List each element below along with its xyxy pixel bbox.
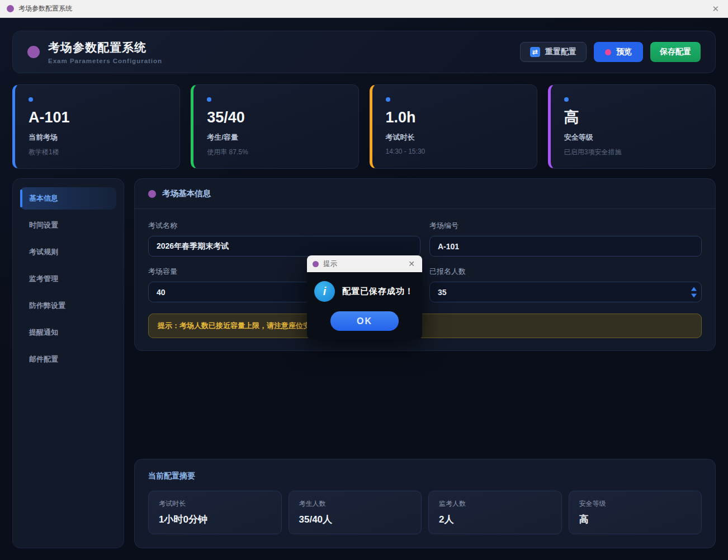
room-number-input[interactable]	[429, 236, 702, 257]
section-dot-icon	[148, 190, 156, 198]
sidebar-item-label: 考试规则	[29, 248, 58, 256]
stat-card-capacity: 35/40 考生/容量 使用率 87.5%	[191, 84, 358, 169]
stat-label: 考生/容量	[207, 132, 344, 143]
stat-dot-icon	[564, 97, 569, 102]
window-titlebar: 考场参数配置系统 ✕	[0, 0, 728, 18]
stat-sublabel: 使用率 87.5%	[207, 148, 344, 157]
summary-value: 高	[579, 513, 692, 526]
header-actions: ⇄ 重置配置 预览 保存配置	[520, 42, 701, 62]
page-header: 考场参数配置系统 Exam Parameters Configuration ⇄…	[12, 31, 716, 73]
content-row: 基本信息 时间设置 考试规则 监考管理 防作弊设置 提醒通知 邮件配置	[12, 178, 716, 548]
save-config-button[interactable]: 保存配置	[650, 42, 701, 62]
form-grid: 考试名称 考场编号 考场容量	[135, 209, 715, 302]
dialog-titlebar[interactable]: 提示 ✕	[307, 255, 422, 272]
summary-label: 考试时长	[159, 499, 271, 509]
stat-card-current-room: A-101 当前考场 教学楼1楼	[12, 84, 180, 169]
section-header: 考场基本信息	[135, 179, 715, 209]
sidebar-item-proctor-management[interactable]: 监考管理	[20, 268, 116, 290]
main-column: 考场基本信息 考试名称 考场编号	[134, 178, 716, 548]
sidebar-item-anti-cheating[interactable]: 防作弊设置	[20, 295, 116, 317]
exam-name-field: 考试名称	[148, 221, 420, 257]
stat-dot-icon	[29, 97, 33, 102]
stepper-down-icon[interactable]	[691, 293, 697, 297]
preview-button[interactable]: 预览	[594, 42, 643, 62]
summary-card-duration: 考试时长 1小时0分钟	[148, 491, 282, 534]
record-dot-icon	[605, 49, 611, 55]
summary-grid: 考试时长 1小时0分钟 考生人数 35/40人 监考人数 2人 安全等级 高	[148, 491, 702, 534]
number-stepper	[691, 287, 697, 297]
sidebar-item-basic-info[interactable]: 基本信息	[20, 187, 116, 210]
summary-label: 考生人数	[299, 499, 412, 509]
sidebar-item-label: 邮件配置	[29, 355, 58, 363]
summary-title: 当前配置摘要	[148, 471, 702, 481]
dialog-message: 配置已保存成功！	[342, 286, 414, 297]
refresh-icon: ⇄	[530, 47, 540, 57]
stat-sublabel: 14:30 - 15:30	[386, 148, 523, 155]
basic-info-panel: 考场基本信息 考试名称 考场编号	[134, 178, 716, 351]
sidebar-item-label: 基本信息	[29, 194, 58, 202]
dialog-title: 提示	[323, 259, 337, 269]
summary-value: 1小时0分钟	[159, 513, 271, 526]
stat-value: 1.0h	[386, 110, 523, 126]
sidebar-item-time-settings[interactable]: 时间设置	[20, 214, 116, 236]
summary-card-proctors: 监考人数 2人	[428, 491, 562, 534]
section-title: 考场基本信息	[162, 188, 211, 199]
summary-value: 35/40人	[299, 513, 412, 526]
dialog-close-icon[interactable]: ✕	[406, 259, 417, 268]
exam-name-input[interactable]	[148, 236, 420, 257]
config-summary-panel: 当前配置摘要 考试时长 1小时0分钟 考生人数 35/40人 监考人数 2人	[134, 459, 716, 548]
reset-config-label: 重置配置	[545, 47, 576, 57]
app-root: 考场参数配置系统 Exam Parameters Configuration ⇄…	[0, 18, 728, 560]
sidebar-item-label: 防作弊设置	[29, 301, 65, 310]
summary-value: 2人	[439, 513, 551, 526]
stat-dot-icon	[207, 97, 211, 102]
settings-sidebar: 基本信息 时间设置 考试规则 监考管理 防作弊设置 提醒通知 邮件配置	[12, 178, 124, 548]
sidebar-item-email-config[interactable]: 邮件配置	[20, 348, 116, 371]
sidebar-item-reminders[interactable]: 提醒通知	[20, 321, 116, 344]
stat-value: 高	[564, 110, 702, 126]
window-title: 考场参数配置系统	[18, 4, 72, 13]
dialog-message-row: i 配置已保存成功！	[314, 281, 415, 302]
header-title-block: 考场参数配置系统 Exam Parameters Configuration	[48, 40, 162, 64]
stat-label: 当前考场	[29, 132, 166, 143]
ok-button[interactable]: OK	[330, 311, 399, 331]
page-title: 考场参数配置系统	[48, 40, 162, 55]
capacity-warning-banner: 提示：考场人数已接近容量上限，请注意座位安排。	[148, 314, 702, 338]
summary-label: 监考人数	[439, 499, 551, 509]
active-indicator-bar	[20, 189, 22, 207]
sidebar-item-exam-rules[interactable]: 考试规则	[20, 241, 116, 263]
dialog-logo-dot	[313, 261, 319, 267]
registered-count-field: 已报名人数	[429, 267, 702, 302]
preview-label: 预览	[616, 47, 632, 57]
stat-sublabel: 已启用3项安全措施	[564, 148, 702, 157]
summary-card-examinees: 考生人数 35/40人	[289, 491, 422, 534]
stat-value: 35/40	[207, 110, 344, 126]
reset-config-button[interactable]: ⇄ 重置配置	[520, 42, 587, 62]
info-icon: i	[314, 281, 335, 302]
summary-label: 安全等级	[579, 499, 692, 509]
stepper-up-icon[interactable]	[691, 287, 697, 291]
save-config-label: 保存配置	[660, 47, 691, 57]
registered-count-input[interactable]	[429, 282, 702, 302]
stat-sublabel: 教学楼1楼	[29, 148, 166, 157]
flex-spacer	[134, 351, 716, 459]
sidebar-item-label: 监考管理	[29, 274, 58, 283]
app-logo-dot	[7, 5, 14, 12]
stat-cards-row: A-101 当前考场 教学楼1楼 35/40 考生/容量 使用率 87.5% 1…	[12, 84, 716, 169]
sidebar-item-label: 提醒通知	[29, 328, 58, 336]
stat-label: 安全等级	[564, 132, 702, 143]
sidebar-item-label: 时间设置	[29, 221, 58, 229]
stat-dot-icon	[386, 97, 390, 102]
page-subtitle: Exam Parameters Configuration	[48, 58, 162, 64]
window-close-icon[interactable]: ✕	[710, 4, 721, 14]
room-number-field: 考场编号	[429, 221, 702, 257]
stat-value: A-101	[29, 110, 166, 126]
summary-card-security: 安全等级 高	[569, 491, 702, 534]
stat-card-duration: 1.0h 考试时长 14:30 - 15:30	[370, 84, 537, 169]
stat-label: 考试时长	[386, 132, 523, 143]
save-success-dialog: 提示 ✕ i 配置已保存成功！ OK	[307, 255, 422, 339]
stat-card-security: 高 安全等级 已启用3项安全措施	[548, 84, 716, 169]
header-brand-dot-icon	[27, 46, 40, 58]
exam-name-label: 考试名称	[148, 221, 420, 231]
dialog-body: i 配置已保存成功！ OK	[307, 272, 422, 339]
